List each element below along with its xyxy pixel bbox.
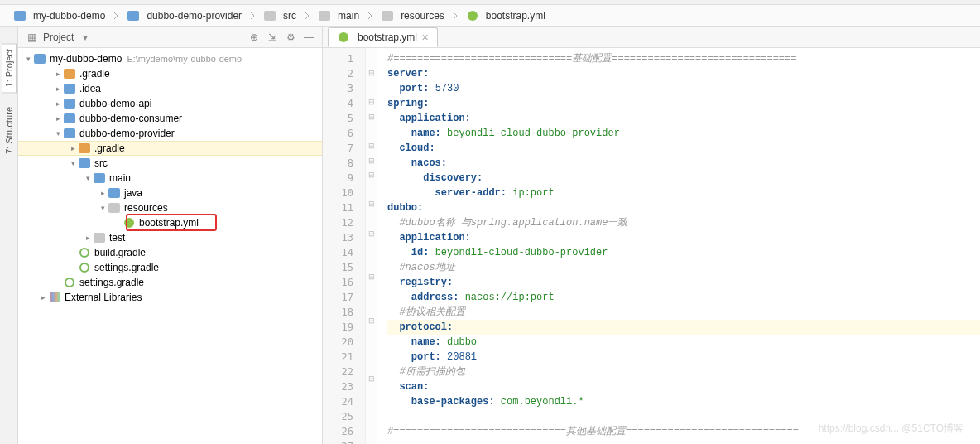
breadcrumb-item[interactable]: my-dubbo-demo [8,7,110,24]
code-area[interactable]: #==============================基础配置=====… [377,48,980,444]
tree-caret-icon[interactable]: ▸ [68,141,78,156]
fold-marker[interactable]: ⊟ [366,313,377,328]
tree-item[interactable]: ▸java [18,186,322,200]
fold-marker[interactable]: ⊟ [366,168,377,183]
code-line[interactable]: #==============================基础配置=====… [387,51,980,66]
code-line[interactable]: #dubbo名称 与spring.application.name一致 [387,215,980,230]
code-line[interactable]: name: beyondli-cloud-dubbo-provider [387,126,980,141]
tree-caret-icon[interactable]: ▸ [53,81,63,96]
fold-marker[interactable]: ⊟ [366,371,377,386]
code-line[interactable]: application: [387,230,980,245]
code-line[interactable]: address: nacos://ip:port [387,290,980,305]
code-line[interactable]: server-addr: ip:port [387,186,980,200]
tree-item[interactable]: ▸dubbo-demo-consumer [18,111,322,126]
fold-marker[interactable] [366,342,377,357]
fold-marker[interactable]: ⊟ [366,226,377,241]
fold-marker[interactable]: ⊟ [366,66,377,81]
gear-icon[interactable]: ⚙ [284,31,297,44]
tree-item[interactable]: ▸.gradle [18,141,322,156]
breadcrumb-item[interactable]: dubbo-demo-provider [122,7,247,24]
hide-icon[interactable]: — [302,31,315,44]
tree-item[interactable]: ▾src [18,156,322,171]
fold-marker[interactable] [366,240,377,255]
code-line[interactable]: id: beyondli-cloud-dubbo-provider [387,245,980,260]
fold-marker[interactable] [366,401,377,416]
tree-caret-icon[interactable]: ▸ [38,290,48,305]
fold-marker[interactable]: ⊟ [366,95,377,110]
fold-marker[interactable] [366,51,377,66]
tree-item[interactable]: ▸dubbo-demo-api [18,96,322,111]
tool-tab-structure[interactable]: 7: Structure [2,101,17,160]
tree-caret-icon[interactable]: ▸ [53,111,63,126]
tree-item[interactable]: ▸.idea [18,81,322,96]
code-line[interactable]: registry: [387,275,980,290]
fold-marker[interactable] [366,124,377,139]
tree-item[interactable]: ▸.gradle [18,66,322,81]
code-line[interactable]: port: 20881 [387,350,980,364]
code-line[interactable]: spring: [387,96,980,111]
fold-marker[interactable]: ⊟ [366,109,377,124]
code-line[interactable] [387,439,980,444]
code-line[interactable]: dubbo: [387,200,980,215]
tree-item[interactable]: ▾resources [18,200,322,215]
tree-caret-icon[interactable]: ▾ [98,200,108,215]
tree-caret-icon[interactable]: ▾ [68,156,78,171]
code-line[interactable]: name: dubbo [387,335,980,350]
tool-tab-project[interactable]: 1: Project [2,43,17,93]
code-line[interactable]: discovery: [387,171,980,186]
breadcrumb-item[interactable]: bootstrap.yml [461,7,550,24]
breadcrumb-item[interactable]: main [313,7,364,24]
fold-marker[interactable] [366,357,377,372]
editor-tab[interactable]: bootstrap.yml ✕ [328,27,438,47]
tree-item[interactable]: ▸External Libraries [18,290,322,305]
fold-marker[interactable]: ⊟ [366,197,377,212]
code-line[interactable]: nacos: [387,156,980,171]
fold-marker[interactable] [366,386,377,401]
fold-marker[interactable] [366,430,377,444]
collapse-icon[interactable]: ⇲ [266,31,279,44]
code-line[interactable]: cloud: [387,141,980,156]
tree-caret-icon[interactable]: ▸ [98,186,108,200]
code-line[interactable]: scan: [387,379,980,394]
tree-item[interactable]: ▸test [18,230,322,245]
tree-item[interactable]: settings.gradle [18,260,322,275]
tree-item[interactable]: ▾main [18,171,322,186]
fold-marker[interactable] [366,255,377,270]
close-icon[interactable]: ✕ [421,32,429,43]
code-line[interactable]: application: [387,111,980,126]
code-line[interactable]: base-packages: com.beyondli.* [387,394,980,409]
project-tree[interactable]: ▾my-dubbo-demoE:\mydemo\my-dubbo-demo▸.g… [18,48,322,444]
fold-marker[interactable] [366,182,377,197]
code-line[interactable]: #所需扫描的包 [387,364,980,379]
code-line[interactable]: #协议相关配置 [387,305,980,320]
code-line[interactable]: server: [387,66,980,81]
tree-caret-icon[interactable]: ▾ [53,126,63,141]
fold-marker[interactable] [366,299,377,314]
tree-item[interactable]: build.gradle [18,245,322,260]
fold-marker[interactable]: ⊟ [366,153,377,168]
tree-caret-icon[interactable]: ▸ [53,66,63,81]
tree-root[interactable]: ▾my-dubbo-demoE:\mydemo\my-dubbo-demo [18,51,322,66]
tree-caret-icon[interactable]: ▸ [83,230,93,245]
code-line[interactable]: port: 5730 [387,81,980,96]
fold-marker[interactable] [366,80,377,95]
tree-item[interactable]: bootstrap.yml [18,215,322,230]
code-line[interactable]: #nacos地址 [387,260,980,275]
code-line[interactable]: protocol: [387,320,980,335]
target-icon[interactable]: ⊕ [247,31,261,44]
fold-marker[interactable] [366,328,377,343]
fold-marker[interactable]: ⊟ [366,138,377,153]
fold-marker[interactable]: ⊟ [366,269,377,284]
fold-marker[interactable] [366,211,377,226]
fold-marker[interactable] [366,415,377,430]
line-number: 6 [323,126,353,141]
tree-caret-icon[interactable]: ▾ [83,171,93,186]
fold-marker[interactable] [366,284,377,299]
tree-item[interactable]: ▾dubbo-demo-provider [18,126,322,141]
breadcrumb-item[interactable]: resources [376,7,449,24]
fold-column[interactable]: ⊟⊟⊟⊟⊟⊟⊟⊟⊟⊟⊟ [366,48,377,444]
tree-item[interactable]: settings.gradle [18,275,322,290]
tree-caret-icon[interactable]: ▸ [53,96,63,111]
dropdown-icon[interactable]: ▾ [79,31,92,44]
breadcrumb-item[interactable]: src [258,7,301,24]
